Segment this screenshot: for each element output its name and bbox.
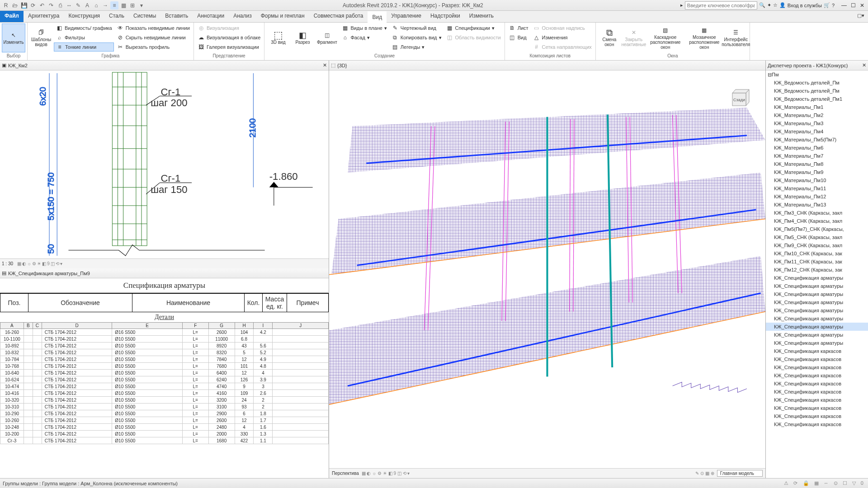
col-G[interactable]: G [208,323,235,329]
col-B[interactable]: B [24,323,33,329]
col-C[interactable]: C [33,323,42,329]
tab-сталь[interactable]: Сталь [104,11,129,22]
callout-button[interactable]: ◫Фрагмент [315,23,339,52]
tree-node[interactable]: КЖ_Спецификация арматуры [766,290,868,298]
tree-node[interactable]: КЖ_Материалы_Пм9 [766,168,868,176]
tree-node[interactable]: КЖ_Спецификация каркасов [766,404,868,412]
tree-node[interactable]: КЖ_Пм12_СНК (Каркасы, зак [766,266,868,274]
text-icon[interactable]: A [83,1,91,9]
scale-label[interactable]: 1 : 30 [2,261,13,266]
table-row[interactable]: Сг-3СТБ 1704-2012Ø10 S500L=16804221.1 [0,437,329,444]
minimize-button[interactable]: — [840,1,848,9]
tree-node[interactable]: КЖ_Спецификация арматуры [766,323,868,331]
tree-node[interactable]: КЖ_Материалы_Пм5(Пм7) [766,136,868,144]
table-row[interactable]: 10-892СТБ 1704-2012Ø10 S500L=8920435.6 [0,343,329,349]
tree-node[interactable]: КЖ_Спецификация каркасов [766,388,868,396]
tab-архитектура[interactable]: Архитектура [24,11,64,22]
section-view-pane[interactable]: ▣ КЖ_Км2 ✕ 6x20 5x150 = 750 50 2100 [0,61,329,268]
col-J[interactable]: J [273,323,329,329]
tree-node[interactable]: КЖ_Пм4_СНК (Каркасы, закл [766,217,868,225]
open-icon[interactable]: 🗁 [11,1,19,9]
hide-hidden-button[interactable]: ⊘Скрыть невидимые линии [115,33,192,42]
duplicate-view-button[interactable]: ⧉Копировать вид ▾ [390,33,443,42]
search-icon[interactable]: 🔍 [759,2,765,8]
tree-node[interactable]: КЖ_Спецификация каркасов [766,363,868,371]
tree-node[interactable]: КЖ_Ведомость деталей_Пм [766,79,868,87]
search-input[interactable] [685,1,757,9]
thin-lines-icon[interactable]: ≡ [110,1,118,9]
tree-node[interactable]: КЖ_Спецификация каркасов [766,347,868,355]
section-drawing-canvas[interactable]: 6x20 5x150 = 750 50 2100 [0,69,329,260]
show-hidden-button[interactable]: 👁Показать невидимые линии [115,23,192,33]
tree-node[interactable]: КЖ_Ведомость деталей_Пм [766,87,868,95]
tree-node[interactable]: КЖ_Спецификация каркасов [766,412,868,420]
tree-node[interactable]: КЖ_Материалы_Пм13 [766,201,868,209]
modify-button[interactable]: ↖Изменить [2,23,25,52]
save-icon[interactable]: 💾 [20,1,28,9]
tab-анализ[interactable]: Анализ [229,11,256,22]
view-cube[interactable]: Сзади [726,84,753,111]
drafting-view-button[interactable]: ✎Чертежный вид [390,23,443,33]
thin-lines-button[interactable]: ≡Тонкие линии [54,42,114,52]
design-option-dropdown[interactable]: Главная модель [717,470,763,477]
schedules-button[interactable]: ▦Спецификации ▾ [444,23,503,33]
tab-file[interactable]: Файл [0,11,24,22]
view-on-sheet-button[interactable]: ◫Вид [507,33,530,42]
tree-node[interactable]: КЖ_Материалы_Пм7 [766,152,868,160]
tree-node[interactable]: КЖ_Спецификация арматуры [766,306,868,314]
revisions-button[interactable]: △Изменения [531,33,594,42]
vg-button[interactable]: ◧Видимость/ графика [54,23,114,33]
print-icon[interactable]: ⎙ [56,1,64,9]
tree-node[interactable]: КЖ_Материалы_Пм10 [766,176,868,184]
tree-node[interactable]: КЖ_Материалы_Пм1 [766,103,868,111]
tree-node[interactable]: КЖ_Пм5_СНК (Каркасы, закл [766,233,868,241]
tree-node[interactable]: КЖ_Спецификация арматуры [766,298,868,306]
schedule-view-pane[interactable]: Спецификация арматуры Поз. Обозначение Н… [0,278,329,478]
sheet-button[interactable]: 🗎Лист [507,23,530,33]
tree-node[interactable]: КЖ_Спецификация каркасов [766,371,868,380]
redo-icon[interactable]: ↷ [47,1,55,9]
3d-view-button[interactable]: ⬚3D вид [266,23,290,52]
tree-node[interactable]: КЖ_Материалы_Пм2 [766,111,868,119]
apps-icon[interactable]: 🛒 [824,2,830,8]
table-row[interactable]: 10-768СТБ 1704-2012Ø10 S500L=76801014.8 [0,363,329,370]
tab-изменить[interactable]: Изменить [465,11,498,22]
filters-button[interactable]: ⌕Фильтры [54,33,114,42]
table-row[interactable]: 10-640СТБ 1704-2012Ø10 S500L=6400124 [0,370,329,376]
tree-node[interactable]: КЖ_Спецификация арматуры [766,282,868,290]
comm-icon[interactable]: ✦ [767,2,771,8]
render-cloud-button[interactable]: ☁Визуализация в облаке [196,33,263,42]
table-row[interactable]: 10-290СТБ 1704-2012Ø10 S500L=290061.8 [0,410,329,417]
tab-аннотации[interactable]: Аннотации [193,11,229,22]
table-row[interactable]: 10-416СТБ 1704-2012Ø10 S500L=41601092.6 [0,390,329,397]
table-row[interactable]: 10-320СТБ 1704-2012Ø10 S500L=3200242 [0,397,329,404]
view-templates-button[interactable]: 🗍Шаблоны видов [29,23,53,52]
tree-node[interactable]: КЖ_Спецификация каркасов [766,380,868,388]
ribbon-minimize-icon[interactable]: ▢▾ [854,11,868,22]
tab-конструкция[interactable]: Конструкция [64,11,104,22]
tree-node[interactable]: КЖ_Пм3_СНК (Каркасы, закл [766,209,868,217]
tab-вставить[interactable]: Вставить [160,11,193,22]
col-H[interactable]: H [235,323,254,329]
qat-dropdown-icon[interactable]: ▾ [137,1,146,9]
measure-icon[interactable]: ↔ [65,1,73,9]
3d-view-pane[interactable]: Сзади Перспектива ▦ ◐ ☼ ⚙ ☀ ◧ 9 ◫ ⟲ ▾ ✎ … [329,70,765,478]
table-row[interactable]: 16-260СТБ 1704-2012Ø16 S500L=26001044.2 [0,329,329,336]
tree-node[interactable]: КЖ_Спецификация каркасов [766,355,868,363]
view-control-icons[interactable]: ▦◐☼⚙☀◧9◫⟲▾ [17,261,63,266]
tab-управление[interactable]: Управление [387,11,426,22]
section-close-icon[interactable]: ✕ [323,62,327,68]
tab-формы и генплан[interactable]: Формы и генплан [256,11,309,22]
table-row[interactable]: 10-784СТБ 1704-2012Ø10 S500L=7840124.9 [0,356,329,363]
home-icon[interactable]: ⌂ [92,1,100,9]
col-F[interactable]: F [182,323,208,329]
table-row[interactable]: 10-200СТБ 1704-2012Ø10 S500L=20003301.3 [0,431,329,437]
worksharing-icons[interactable]: ✎ ⊙ ▦ ⊕ [695,471,714,476]
table-row[interactable]: 10-624СТБ 1704-2012Ø10 S500L=62401263.9 [0,376,329,383]
3d-canvas[interactable] [329,70,765,474]
status-icons[interactable]: ⚠ ⟳ 🔒 ▦ ↔ ⊙ ☐ ▽ 0 [784,480,865,486]
maximize-button[interactable]: ☐ [849,1,857,9]
ui-button[interactable]: ☰Интерфейс пользователя [724,23,748,52]
dimension-icon[interactable]: ✎ [74,1,82,9]
tab-совместная работа[interactable]: Совместная работа [309,11,368,22]
